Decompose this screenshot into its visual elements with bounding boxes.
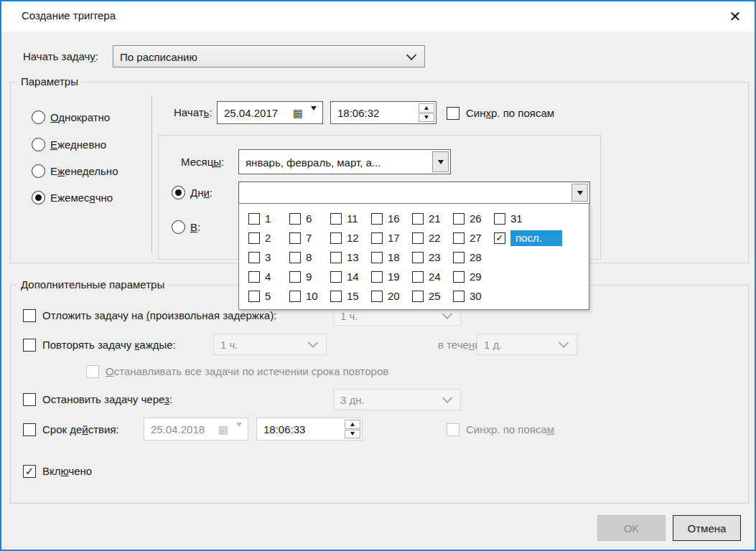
- enabled-checkbox[interactable]: ✓: [23, 465, 36, 478]
- day-checkbox[interactable]: [289, 213, 301, 225]
- day-option-5[interactable]: 5: [248, 286, 289, 306]
- day-option-27[interactable]: 27: [453, 228, 494, 248]
- spin-down-button[interactable]: [345, 430, 360, 439]
- day-option-посл.[interactable]: ✓посл.: [494, 228, 562, 248]
- day-option-10[interactable]: 10: [289, 286, 330, 306]
- radio-weekly[interactable]: [32, 164, 45, 178]
- day-option-17[interactable]: 17: [371, 228, 412, 248]
- start-date-picker[interactable]: 25.04.2017 ▦: [217, 101, 323, 124]
- day-option-22[interactable]: 22: [412, 228, 453, 248]
- day-checkbox[interactable]: [412, 252, 424, 263]
- expire-time-spinner[interactable]: 18:06:33: [256, 418, 363, 441]
- day-option-11[interactable]: 11: [330, 209, 371, 228]
- months-dropdown[interactable]: январь, февраль, март, а...: [238, 149, 451, 174]
- day-option-9[interactable]: 9: [289, 267, 330, 286]
- day-checkbox[interactable]: [412, 291, 424, 302]
- spin-up-button[interactable]: [345, 420, 360, 429]
- day-option-15[interactable]: 15: [330, 286, 371, 306]
- day-option-6[interactable]: 6: [289, 209, 330, 228]
- day-option-25[interactable]: 25: [412, 286, 453, 306]
- day-option-13[interactable]: 13: [330, 248, 371, 267]
- day-checkbox[interactable]: [330, 271, 342, 283]
- day-checkbox[interactable]: [412, 213, 424, 225]
- day-checkbox[interactable]: [330, 213, 342, 225]
- spin-up-button[interactable]: [419, 103, 434, 113]
- stop-after-checkbox[interactable]: [23, 393, 36, 406]
- day-checkbox[interactable]: [494, 213, 505, 225]
- day-option-12[interactable]: 12: [330, 228, 371, 248]
- day-checkbox[interactable]: [330, 291, 342, 302]
- day-option-label: 2: [265, 232, 271, 244]
- spinner: [345, 420, 360, 438]
- day-checkbox[interactable]: [453, 232, 465, 244]
- dropdown-button[interactable]: [432, 151, 449, 172]
- day-option-8[interactable]: 8: [289, 248, 330, 267]
- day-checkbox[interactable]: [371, 291, 383, 302]
- day-checkbox[interactable]: [248, 213, 260, 225]
- day-option-29[interactable]: 29: [453, 267, 494, 286]
- sync-timezone-checkbox[interactable]: [447, 107, 459, 120]
- day-checkbox[interactable]: ✓: [494, 232, 505, 244]
- close-icon[interactable]: ✕: [724, 6, 746, 27]
- day-option-20[interactable]: 20: [371, 286, 412, 306]
- spin-down-button[interactable]: [419, 113, 434, 123]
- day-option-16[interactable]: 16: [371, 209, 412, 228]
- day-checkbox[interactable]: [371, 232, 383, 244]
- day-checkbox[interactable]: [453, 213, 465, 225]
- day-checkbox[interactable]: [371, 252, 383, 263]
- day-checkbox[interactable]: [330, 252, 342, 263]
- day-checkbox[interactable]: [289, 291, 301, 302]
- day-option-label: 28: [470, 251, 482, 263]
- day-option-4[interactable]: 4: [248, 267, 289, 286]
- begin-task-dropdown[interactable]: По расписанию: [113, 45, 425, 67]
- radio-once[interactable]: [32, 110, 45, 124]
- dropdown-button[interactable]: [571, 184, 588, 202]
- day-option-14[interactable]: 14: [330, 267, 371, 286]
- day-option-18[interactable]: 18: [371, 248, 412, 267]
- days-dropdown[interactable]: [238, 182, 590, 204]
- day-option-23[interactable]: 23: [412, 248, 453, 267]
- day-option-label: 27: [470, 232, 482, 244]
- day-checkbox[interactable]: [412, 271, 424, 283]
- day-checkbox[interactable]: [248, 232, 260, 244]
- day-option-31[interactable]: 31: [494, 209, 562, 228]
- day-option-30[interactable]: 30: [453, 286, 494, 306]
- day-option-label: 31: [510, 212, 523, 225]
- chevron-down-icon[interactable]: [311, 110, 317, 123]
- day-option-2[interactable]: 2: [248, 228, 289, 248]
- day-option-1[interactable]: 1: [248, 209, 289, 228]
- repeat-checkbox[interactable]: [23, 339, 36, 352]
- day-checkbox[interactable]: [371, 213, 383, 225]
- day-option-19[interactable]: 19: [371, 267, 412, 286]
- day-checkbox[interactable]: [453, 291, 465, 302]
- day-option-21[interactable]: 21: [412, 209, 453, 228]
- day-option-28[interactable]: 28: [453, 248, 494, 267]
- day-checkbox[interactable]: [330, 232, 342, 244]
- day-option-26[interactable]: 26: [453, 209, 494, 228]
- radio-daily[interactable]: [32, 138, 45, 151]
- day-checkbox[interactable]: [289, 252, 301, 263]
- radio-on[interactable]: [172, 220, 185, 234]
- day-checkbox[interactable]: [412, 232, 424, 244]
- day-checkbox[interactable]: [248, 252, 260, 263]
- expire-checkbox[interactable]: [23, 423, 36, 436]
- radio-days[interactable]: [172, 186, 185, 199]
- day-checkbox[interactable]: [248, 291, 260, 302]
- expire-label: Срок действия:: [42, 423, 119, 435]
- day-option-7[interactable]: 7: [289, 228, 330, 248]
- delay-checkbox[interactable]: [23, 309, 36, 322]
- radio-monthly[interactable]: [32, 191, 45, 204]
- duration-dropdown: 1 д.: [477, 334, 577, 355]
- day-option-24[interactable]: 24: [412, 267, 453, 286]
- day-checkbox[interactable]: [248, 271, 260, 283]
- delay-value: 1 ч.: [340, 309, 358, 321]
- day-checkbox[interactable]: [453, 252, 465, 263]
- radio-weekly-label: Еженедельно: [50, 165, 118, 177]
- start-time-spinner[interactable]: 18:06:32: [330, 101, 437, 124]
- cancel-button[interactable]: Отмена: [673, 515, 741, 541]
- day-checkbox[interactable]: [371, 271, 383, 283]
- day-option-3[interactable]: 3: [248, 248, 289, 267]
- day-checkbox[interactable]: [453, 271, 465, 283]
- day-checkbox[interactable]: [289, 232, 301, 244]
- day-checkbox[interactable]: [289, 271, 301, 283]
